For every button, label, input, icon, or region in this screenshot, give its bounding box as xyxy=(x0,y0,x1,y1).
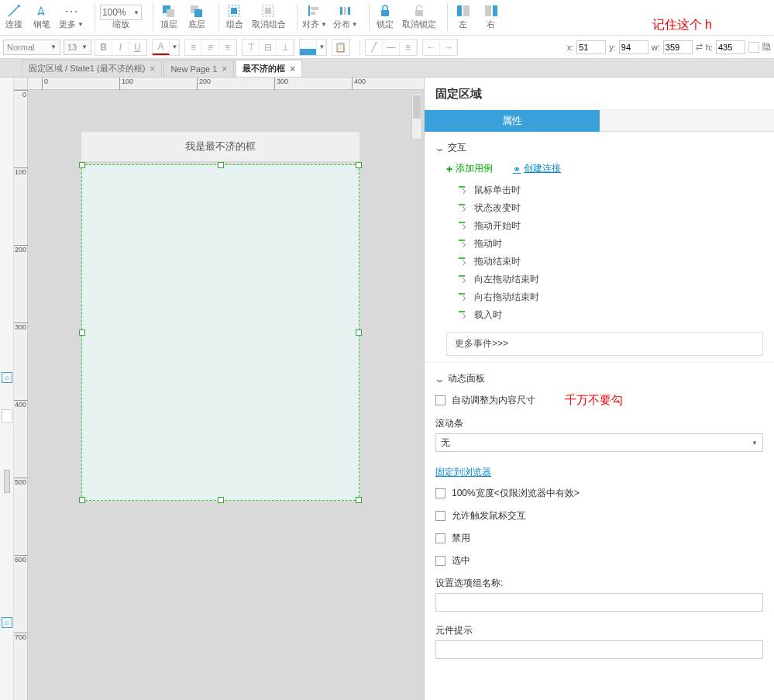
pin-browser-link[interactable]: 固定到浏览器 xyxy=(435,463,491,482)
fontsize-select[interactable]: 13 ▼ xyxy=(64,40,91,55)
close-icon[interactable]: × xyxy=(290,64,295,74)
tool-distribute[interactable]: 分布▼ xyxy=(333,2,358,30)
tab-properties[interactable]: 属性 xyxy=(425,110,600,132)
connect-icon xyxy=(3,2,25,20)
align-right-button[interactable]: ≡ xyxy=(219,40,236,55)
svg-rect-5 xyxy=(231,8,237,14)
tool-group-btn[interactable]: 组合 xyxy=(224,2,246,30)
arrow-start-button[interactable]: ← xyxy=(423,40,440,55)
tool-pen[interactable]: 钢笔 xyxy=(31,2,53,30)
unlock-icon xyxy=(408,2,430,20)
event-item[interactable]: 状态改变时 xyxy=(435,199,763,217)
event-item[interactable]: 拖动结束时 xyxy=(435,253,763,271)
valign-top-button[interactable]: ⊤ xyxy=(243,40,260,55)
section-header-interactions[interactable]: 交互 xyxy=(435,138,763,157)
sidebar-box[interactable] xyxy=(2,409,12,423)
svg-rect-1 xyxy=(167,9,174,17)
align-center-button[interactable]: ≡ xyxy=(202,40,219,55)
properties-panel: 固定区域 属性 交互 添加用例 创建连接 鼠标单击时 状态改变时 拖动开始时 拖… xyxy=(424,78,774,700)
tool-unlock[interactable]: 取消锁定 xyxy=(402,2,436,30)
valign-bottom-button[interactable]: ⊥ xyxy=(277,40,294,55)
tool-ungroup[interactable]: 取消组合 xyxy=(252,2,286,30)
hidden-checkbox[interactable] xyxy=(748,42,759,53)
option-group-input[interactable] xyxy=(435,593,763,612)
tab-fixed-area[interactable]: 固定区域 / State1 (最不济的框)× xyxy=(22,60,162,77)
event-icon xyxy=(459,204,468,213)
create-link-button[interactable]: 创建连接 xyxy=(513,162,561,175)
selected-label: 选中 xyxy=(452,554,470,567)
bold-button[interactable]: B xyxy=(95,40,112,55)
close-icon[interactable]: × xyxy=(222,64,227,74)
event-item[interactable]: 向左拖动结束时 xyxy=(435,271,763,288)
scrollbar-label: 滚动条 xyxy=(435,412,763,433)
canvas-content[interactable]: 我是最不济的框 xyxy=(28,90,424,700)
tab-new-page[interactable]: New Page 1× xyxy=(163,60,234,77)
italic-button[interactable]: I xyxy=(112,40,129,55)
align-left-button[interactable]: ≡ xyxy=(185,40,202,55)
more-events-button[interactable]: 更多事件>>> xyxy=(446,332,763,356)
search-icon[interactable]: ⌕ xyxy=(2,617,12,628)
y-input[interactable] xyxy=(619,40,648,54)
tool-more[interactable]: ⋯ 更多▼ xyxy=(59,2,84,30)
disabled-checkbox[interactable] xyxy=(435,533,445,543)
event-item[interactable]: 向右拖动结束时 xyxy=(435,288,763,306)
tool-connect[interactable]: 连接 xyxy=(3,2,25,30)
width-100-checkbox[interactable] xyxy=(435,488,445,498)
event-item[interactable]: 拖动时 xyxy=(435,235,763,253)
fill-color-button[interactable] xyxy=(300,40,317,55)
scrollbar-select[interactable]: 无▼ xyxy=(435,433,763,452)
event-item[interactable]: 拖动开始时 xyxy=(435,217,763,235)
zoom-select[interactable]: 100%▼ xyxy=(100,5,142,20)
tool-align[interactable]: 对齐▼ xyxy=(302,2,327,30)
tool-zoom[interactable]: 100%▼ 缩放 xyxy=(100,2,142,30)
tab-worst-box[interactable]: 最不济的框× xyxy=(236,60,302,77)
event-item[interactable]: 载入时 xyxy=(435,306,763,324)
copy-style-button[interactable]: 📋 xyxy=(332,40,349,55)
pen-icon xyxy=(31,2,53,20)
h-input[interactable] xyxy=(716,40,745,54)
selected-checkbox[interactable] xyxy=(435,556,445,566)
svg-rect-10 xyxy=(311,12,315,15)
line-width-button[interactable]: ≡ xyxy=(400,40,417,55)
vertical-scrollbar[interactable] xyxy=(411,93,422,140)
tooltip-input[interactable] xyxy=(435,640,763,659)
panel-tabs: 属性 xyxy=(425,110,774,132)
align-icon xyxy=(304,2,325,20)
dock-left-icon xyxy=(452,2,474,20)
allow-mouse-checkbox[interactable] xyxy=(435,511,445,521)
style-select[interactable]: Normal ▼ xyxy=(3,40,60,55)
fill-dropdown[interactable]: ▼ xyxy=(317,40,326,55)
font-color-button[interactable]: A xyxy=(153,40,170,55)
fit-content-checkbox[interactable] xyxy=(435,395,445,405)
underline-button[interactable]: U xyxy=(129,40,146,55)
tab-notes[interactable] xyxy=(600,110,775,132)
event-item[interactable]: 鼠标单击时 xyxy=(435,181,763,199)
main-area: ⌕ ⌕ 0 100 200 300 400 0 100 200 300 400 … xyxy=(0,78,774,700)
lock-aspect-icon[interactable]: ⇄ xyxy=(696,42,703,52)
tool-dock-left[interactable]: 左 xyxy=(452,2,474,30)
sidebar-handle-icon[interactable] xyxy=(4,470,10,493)
valign-middle-button[interactable]: ⊟ xyxy=(260,40,277,55)
panel-title: 固定区域 xyxy=(425,78,774,110)
search-icon[interactable]: ⌕ xyxy=(2,372,12,383)
tool-lock[interactable]: 锁定 xyxy=(374,2,396,30)
font-color-dropdown[interactable]: ▼ xyxy=(170,40,179,55)
selected-dynamic-panel[interactable] xyxy=(81,164,359,501)
distribute-icon xyxy=(335,2,356,20)
tool-dock-right[interactable]: 右 xyxy=(480,2,502,30)
tool-back[interactable]: 底层 xyxy=(186,2,208,30)
canvas-area[interactable]: 0 100 200 300 400 0 100 200 300 400 500 … xyxy=(14,78,424,700)
w-input[interactable] xyxy=(663,40,693,54)
line-color-button[interactable]: — xyxy=(383,40,400,55)
add-case-button[interactable]: 添加用例 xyxy=(446,162,493,175)
arrow-end-button[interactable]: → xyxy=(440,40,457,55)
section-header-dynamic[interactable]: 动态面板 xyxy=(435,369,763,388)
header-widget[interactable]: 我是最不济的框 xyxy=(81,132,359,161)
tool-front[interactable]: 顶层 xyxy=(158,2,180,30)
section-dynamic-panel: 动态面板 自动调整为内容尺寸 千万不要勾 滚动条 无▼ 固定到浏览器 100%宽… xyxy=(425,363,774,665)
line-style-button[interactable]: ╱ xyxy=(366,40,383,55)
annotation-remember-h: 记住这个 h xyxy=(652,17,712,33)
x-input[interactable] xyxy=(576,40,606,54)
close-icon[interactable]: × xyxy=(150,64,155,74)
section-interactions: 交互 添加用例 创建连接 鼠标单击时 状态改变时 拖动开始时 拖动时 拖动结束时… xyxy=(425,132,774,363)
